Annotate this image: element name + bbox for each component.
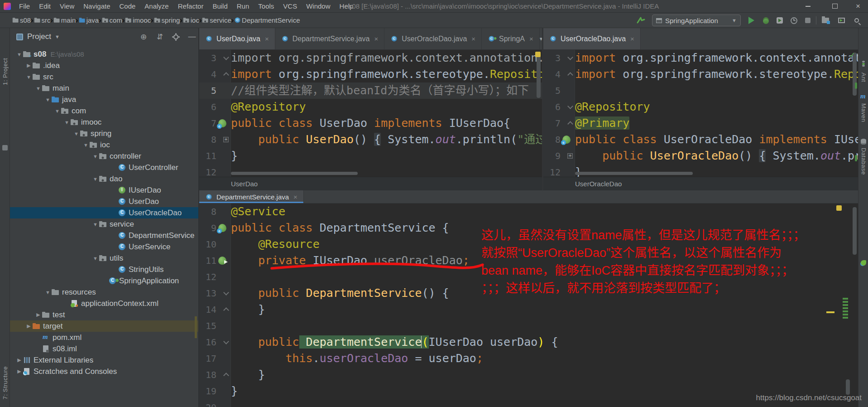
code-area-useroracledao[interactable]: 3import org.springframework.context.anno… (543, 50, 858, 177)
tree-item-spring[interactable]: ▼spring (10, 128, 198, 139)
breadcrumb-item-java[interactable]: java (78, 16, 99, 24)
run-anything-button[interactable] (835, 14, 848, 27)
breadcrumb-item-com[interactable]: com (101, 16, 122, 24)
close-tab-icon[interactable]: × (374, 35, 378, 43)
breadcrumb-item-service[interactable]: service (201, 16, 231, 24)
fold-marker[interactable] (567, 153, 573, 159)
close-tab-icon[interactable]: × (471, 35, 475, 43)
chevron-down-icon[interactable]: ▼ (91, 154, 99, 159)
menu-file[interactable]: File (14, 0, 34, 12)
chevron-down-icon[interactable]: ▼ (63, 120, 71, 125)
intellij-logo-icon[interactable] (4, 3, 11, 10)
chevron-down-icon[interactable]: ▼ (91, 176, 99, 182)
chevron-right-icon[interactable]: ▶ (15, 357, 23, 363)
vertical-scrollbar[interactable] (537, 53, 541, 98)
profiler-button[interactable] (787, 14, 800, 27)
tree-item-external-libraries[interactable]: ▶External Libraries (10, 354, 198, 366)
tree-item-s08[interactable]: ▼s08E:\java\s08 (10, 48, 198, 60)
chevron-down-icon[interactable]: ▼ (72, 131, 80, 136)
tree-item-usercontroller[interactable]: UserController (10, 162, 198, 173)
menu-window[interactable]: Window (302, 0, 335, 12)
breadcrumb-item-imooc[interactable]: imooc (125, 16, 151, 24)
tool-button-project[interactable]: 1: Project (2, 58, 9, 85)
tool-button-ant[interactable]: Ant (860, 73, 867, 82)
menu-navigate[interactable]: Navigate (79, 0, 115, 12)
build-arrow-icon[interactable] (636, 15, 646, 25)
chevron-down-icon[interactable]: ▼ (91, 256, 99, 261)
tree-item-com[interactable]: ▼com (10, 105, 198, 116)
gear-icon[interactable] (173, 34, 178, 39)
stop-button[interactable] (801, 14, 814, 27)
menu-analyze[interactable]: Analyze (140, 0, 173, 12)
debug-button[interactable] (759, 14, 772, 27)
maximize-button[interactable] (825, 0, 845, 12)
tree-item-departmentservice[interactable]: DepartmentService (10, 230, 198, 241)
menu-code[interactable]: Code (115, 0, 140, 12)
horizontal-scrollbar[interactable] (575, 172, 693, 175)
fold-marker[interactable] (223, 307, 229, 312)
tree-item--idea[interactable]: ▶.idea (10, 60, 198, 71)
bean-gutter-icon[interactable] (218, 224, 226, 232)
tree-item-target[interactable]: ▶target (10, 320, 198, 332)
scrollbar-thumb[interactable] (846, 379, 850, 395)
breadcrumb-item-ioc[interactable]: ioc (182, 16, 199, 24)
chevron-right-icon[interactable]: ▶ (34, 312, 42, 318)
run-configuration-select[interactable]: SpringApplication ▼ (652, 15, 741, 26)
tree-item-stringutils[interactable]: StringUtils (10, 264, 198, 275)
menu-edit[interactable]: Edit (34, 0, 55, 12)
tab-userdao-java[interactable]: UserDao.java× (199, 28, 275, 49)
tab-springa[interactable]: SpringA× (482, 28, 540, 49)
spring-tool-icon[interactable] (861, 260, 866, 266)
menu-refactor[interactable]: Refactor (173, 0, 208, 12)
tree-item-applicationcontext-xml[interactable]: applicationContext.xml (10, 298, 198, 309)
chevron-down-icon[interactable]: ▼ (44, 290, 52, 295)
project-structure-button[interactable] (819, 14, 832, 27)
code-area-userdao[interactable]: 3import org.springframework.context.anno… (199, 50, 542, 177)
tool-button-structure[interactable]: 7: Structure (2, 366, 9, 399)
tool-button-database[interactable]: Database (860, 148, 867, 175)
fold-marker[interactable] (567, 55, 573, 61)
editor-splitter[interactable] (542, 28, 543, 190)
tree-item-java[interactable]: ▼java (10, 94, 198, 105)
project-mini-icon[interactable] (2, 145, 8, 150)
hide-panel-button[interactable]: — (187, 32, 197, 41)
code-area-departmentservice[interactable]: 8@Service9public class DepartmentService… (199, 204, 858, 407)
bean-gutter-icon[interactable] (562, 136, 571, 144)
menu-tools[interactable]: Tools (254, 0, 278, 12)
tree-item-pom-xml[interactable]: pom.xml (10, 332, 198, 343)
breadcrumb-item-main[interactable]: main (53, 16, 76, 24)
tree-item-useroracledao[interactable]: UserOracleDao (10, 207, 198, 218)
menu-build[interactable]: Build (208, 0, 232, 12)
tree-item-userdao[interactable]: UserDao (10, 196, 198, 207)
tree-item-controller[interactable]: ▼controller (10, 150, 198, 162)
fold-marker[interactable] (223, 137, 229, 142)
tree-item-scratches-and-consoles[interactable]: ▶Scratches and Consoles (10, 366, 198, 377)
tab-departmentservice-java[interactable]: DepartmentService.java× (275, 28, 385, 49)
tree-item-test[interactable]: ▶test (10, 309, 198, 320)
breadcrumb-item-spring[interactable]: spring (153, 16, 180, 24)
chevron-down-icon[interactable]: ▼ (44, 97, 52, 102)
tree-item-userservice[interactable]: UserService (10, 241, 198, 252)
inspection-warning-indicator[interactable] (836, 205, 842, 211)
tree-item-iuserdao[interactable]: IUserDao (10, 184, 198, 196)
chevron-down-icon[interactable]: ▼ (53, 108, 61, 114)
fold-marker[interactable] (223, 339, 229, 345)
chevron-down-icon[interactable]: ▼ (82, 142, 90, 148)
locate-file-button[interactable]: ⊕ (139, 32, 148, 42)
project-panel-title[interactable]: Project (27, 32, 51, 41)
inspection-warning-indicator[interactable] (535, 52, 541, 57)
tree-item-resources[interactable]: ▼resources (10, 286, 198, 298)
tab-useroracledao-java[interactable]: UserOracleDao.java× (543, 28, 641, 49)
menu-vcs[interactable]: VCS (278, 0, 302, 12)
breadcrumb-item-src[interactable]: src (34, 16, 51, 24)
close-tab-icon[interactable]: × (529, 35, 533, 43)
fold-marker[interactable] (223, 291, 229, 296)
fold-marker[interactable] (567, 72, 573, 77)
menu-run[interactable]: Run (232, 0, 254, 12)
close-tab-icon[interactable]: × (293, 193, 297, 201)
tree-item-s08-iml[interactable]: s08.iml (10, 343, 198, 354)
minimize-button[interactable] (798, 0, 818, 12)
chevron-down-icon[interactable]: ▼ (34, 86, 42, 91)
menu-view[interactable]: View (55, 0, 79, 12)
tree-item-main[interactable]: ▼main (10, 82, 198, 94)
